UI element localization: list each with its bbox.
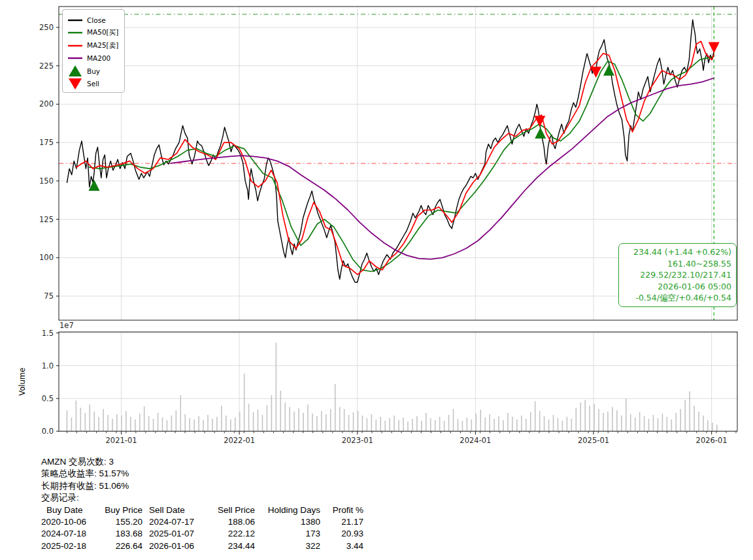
ma200-line-swatch <box>68 57 82 59</box>
sell-marker <box>709 42 720 53</box>
trade-row-cell: 2025-01-07 <box>149 528 208 540</box>
stat-strategy-return: 策略总收益率: 51.57% <box>41 468 363 480</box>
close-line <box>67 20 714 282</box>
trade-row-cell: 21.17 <box>320 516 363 528</box>
date-tick-label: 2021-01 <box>106 436 137 445</box>
volume-offset-label: 1e7 <box>59 321 74 330</box>
buy-marker <box>535 127 546 139</box>
price-tick-label: 175 <box>39 138 54 147</box>
quote-info-box: 234.44 (+1.44 +0.62%) 161.40~258.55 229.… <box>618 243 737 307</box>
stat-trade-count: AMZN 交易次数: 3 <box>41 456 363 468</box>
col-header-sell-date: Sell Date <box>149 504 208 516</box>
trades-table: Buy Date Buy Price Sell Date Sell Price … <box>41 504 363 553</box>
date-tick-label: 2024-01 <box>460 436 491 445</box>
info-bias: -0.54/偏空/+0.46/+0.54 <box>624 292 731 304</box>
trade-row-cell: 2026-01-06 <box>149 540 208 552</box>
col-header-buy-date: Buy Date <box>41 504 103 516</box>
volume-tick-label: 1.5 <box>42 329 54 338</box>
col-header-sell-price: Sell Price <box>208 504 255 516</box>
trade-row-cell: 2024-07-17 <box>149 516 208 528</box>
price-tick-label: 100 <box>39 253 54 262</box>
legend-item-ma25: MA25[卖] <box>68 39 118 52</box>
trade-row-cell: 2024-07-18 <box>41 528 103 540</box>
stat-trades-title: 交易记录: <box>41 492 363 504</box>
volume-plot-border <box>59 332 737 431</box>
ma50-line-swatch <box>68 31 82 34</box>
price-tick-label: 150 <box>39 176 54 186</box>
trade-row-cell: 222.12 <box>208 528 255 540</box>
legend-label: Buy <box>87 67 100 75</box>
price-tick-label: 75 <box>44 291 54 301</box>
date-tick-label: 2023-01 <box>342 436 373 445</box>
trade-row-cell: 155.20 <box>103 516 142 528</box>
legend-label: MA50[买] <box>87 28 118 37</box>
date-tick-label: 2026-01 <box>696 436 728 445</box>
legend-item-buy: Buy <box>68 65 118 78</box>
volume-bars <box>67 343 718 431</box>
trade-row-cell: 1380 <box>255 516 320 528</box>
col-header-holding-days: Holding Days <box>255 504 320 516</box>
trade-row-cell: 226.64 <box>103 540 142 552</box>
price-tick-label: 125 <box>39 215 54 224</box>
info-ma-values: 229.52/232.10/217.41 <box>624 269 731 281</box>
col-header-buy-price: Buy Price <box>103 504 142 516</box>
ma25-line-swatch <box>68 44 82 47</box>
price-tick-label: 200 <box>39 99 54 108</box>
volume-axis-label: Volume <box>18 368 27 396</box>
legend-label: MA200 <box>87 54 110 62</box>
legend-item-close: Close <box>68 14 118 27</box>
volume-tick-label: 0.0 <box>42 427 54 436</box>
trade-row-cell: 188.06 <box>208 516 255 528</box>
close-line-swatch <box>68 19 82 22</box>
date-tick-label: 2025-01 <box>578 436 609 445</box>
gridlines <box>59 7 737 431</box>
figure: 751001251501752002252500.00.51.01.52021-… <box>0 0 753 560</box>
legend-label: Close <box>87 16 106 24</box>
info-price-change: 234.44 (+1.44 +0.62%) <box>624 246 731 258</box>
legend-item-ma200: MA200 <box>68 52 118 65</box>
legend-item-ma50: MA50[买] <box>68 27 118 40</box>
volume-tick-label: 1.0 <box>42 361 54 371</box>
trade-row-cell: 20.93 <box>320 528 363 540</box>
price-tick-label: 250 <box>39 23 54 32</box>
stat-hold-return: 长期持有收益: 51.06% <box>41 480 363 492</box>
sell-triangle-icon <box>68 78 82 90</box>
legend-label: MA25[卖] <box>87 41 118 50</box>
col-header-profit: Profit % <box>320 504 363 516</box>
axis-ticks <box>56 27 736 435</box>
trade-row-cell: 3.44 <box>320 540 363 552</box>
buy-triangle-icon <box>68 65 82 77</box>
legend: Close MA50[买] MA25[卖] MA200 Buy Sell <box>62 9 125 93</box>
trade-row-cell: 2020-10-06 <box>41 516 103 528</box>
price-tick-label: 225 <box>39 61 54 71</box>
legend-label: Sell <box>87 80 99 88</box>
volume-tick-label: 0.5 <box>42 394 54 403</box>
trade-row-cell: 183.68 <box>103 528 142 540</box>
trade-row-cell: 234.44 <box>208 540 255 552</box>
trade-row-cell: 322 <box>255 540 320 552</box>
info-52wk-range: 161.40~258.55 <box>624 258 731 270</box>
trade-row-cell: 173 <box>255 528 320 540</box>
date-tick-label: 2022-01 <box>224 436 255 445</box>
strategy-stats: AMZN 交易次数: 3 策略总收益率: 51.57% 长期持有收益: 51.0… <box>41 456 363 552</box>
trade-row-cell: 2025-02-18 <box>41 540 103 552</box>
legend-item-sell: Sell <box>68 78 118 91</box>
info-datetime: 2026-01-06 05:00 <box>624 281 731 293</box>
